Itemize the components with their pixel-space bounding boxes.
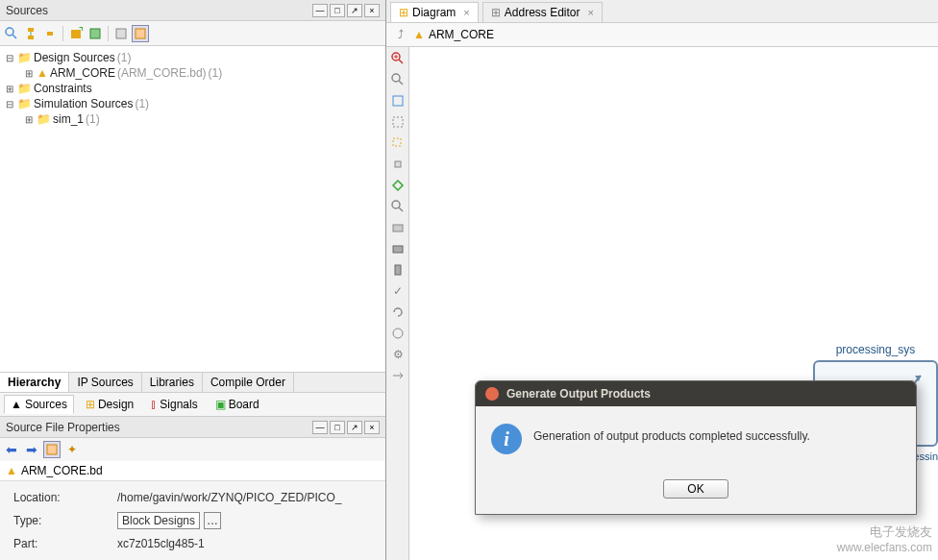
add-port-icon[interactable] xyxy=(388,239,407,258)
close-icon[interactable]: × xyxy=(588,7,594,18)
expand-icon[interactable]: ⊞ xyxy=(23,68,35,79)
panel-tabs: ▲ Sources ⊞ Design ⫿ Signals ▣ Board xyxy=(0,393,385,417)
zoom-in-icon[interactable] xyxy=(388,49,407,68)
block-design-icon: ▲ xyxy=(37,66,48,80)
svg-rect-11 xyxy=(47,445,57,454)
svg-rect-8 xyxy=(90,29,100,38)
add-ip-icon[interactable] xyxy=(388,218,407,237)
svg-line-1 xyxy=(12,35,16,38)
close-button[interactable]: × xyxy=(364,4,380,17)
svg-line-13 xyxy=(399,60,403,63)
collapse-all-icon[interactable] xyxy=(41,25,59,42)
show-sources-icon[interactable] xyxy=(112,25,130,42)
tab-hierarchy[interactable]: Hierarchy xyxy=(0,373,69,392)
props-file-line: ▲ ARM_CORE.bd xyxy=(0,461,385,481)
tab-label: Diagram xyxy=(412,6,456,19)
make-external-icon[interactable] xyxy=(388,260,407,280)
constraints-node[interactable]: ⊞ 📁 Constraints xyxy=(4,81,382,96)
address-icon: ⊞ xyxy=(491,6,501,19)
block-title: processing_sys xyxy=(813,339,938,360)
sources-toolbar: + xyxy=(0,21,385,46)
expand-icon[interactable]: ⊞ xyxy=(4,84,15,94)
diagram-breadcrumb: ⤴ ▲ ARM_CORE xyxy=(386,23,938,47)
subtab-board[interactable]: ▣ Board xyxy=(210,395,265,414)
diagram-title: ARM_CORE xyxy=(429,28,494,41)
tab-compile-order[interactable]: Compile Order xyxy=(203,373,294,392)
subtab-design[interactable]: ⊞ Design xyxy=(80,395,139,414)
minimize-button[interactable]: — xyxy=(312,4,328,17)
prop-value: Block Designs xyxy=(117,512,200,529)
prop-label: Part: xyxy=(13,537,110,550)
dialog-close-icon[interactable] xyxy=(485,387,499,401)
close-button[interactable]: × xyxy=(364,421,380,434)
subtab-label: Sources xyxy=(25,398,67,411)
prop-label: Location: xyxy=(13,491,110,504)
signals-icon: ⫿ xyxy=(151,398,157,411)
tab-ip-sources[interactable]: IP Sources xyxy=(69,373,141,392)
float-button[interactable]: □ xyxy=(330,4,345,17)
watermark-brand: 电子发烧友 xyxy=(837,523,932,541)
node-label: Design Sources xyxy=(34,51,115,64)
back-icon[interactable]: ⬅ xyxy=(3,441,20,458)
zoom-out-icon[interactable] xyxy=(388,70,407,89)
ok-button[interactable]: OK xyxy=(663,479,728,499)
expand-all-icon[interactable] xyxy=(22,25,39,42)
dialog-message: Generation of output products completed … xyxy=(533,424,901,443)
svg-rect-24 xyxy=(393,225,403,231)
validate-icon[interactable]: ✓ xyxy=(388,281,407,301)
maximize-button[interactable]: ↗ xyxy=(347,421,362,434)
float-button[interactable]: □ xyxy=(330,421,345,434)
board-icon: ▣ xyxy=(215,398,226,411)
subtab-label: Signals xyxy=(160,398,197,411)
expand-icon[interactable]: ⊞ xyxy=(23,114,35,125)
svg-line-17 xyxy=(399,81,403,85)
fit-selection-icon[interactable] xyxy=(388,155,407,174)
block-design-icon: ▲ xyxy=(6,464,17,477)
arm-core-node[interactable]: ⊞ ▲ ARM_CORE (ARM_CORE.bd) (1) xyxy=(4,65,382,81)
simulation-sources-node[interactable]: ⊟ 📁 Simulation Sources (1) xyxy=(4,96,382,111)
dialog-title-text: Generate Output Products xyxy=(506,387,651,401)
node-label: sim_1 xyxy=(53,112,84,126)
svg-point-16 xyxy=(392,74,400,82)
expand-icon[interactable] xyxy=(388,366,407,385)
ip-catalog-icon[interactable] xyxy=(86,25,104,42)
add-sources-icon[interactable]: + xyxy=(67,25,85,42)
search-icon[interactable] xyxy=(388,197,407,216)
props-toolbar: ⬅ ➡ ✦ xyxy=(0,438,385,461)
zoom-fit-icon[interactable] xyxy=(388,91,407,110)
design-sources-node[interactable]: ⊟ 📁 Design Sources (1) xyxy=(4,50,382,65)
props-filename: ARM_CORE.bd xyxy=(21,464,103,477)
tab-label: Address Editor xyxy=(505,6,580,19)
tab-diagram[interactable]: ⊞ Diagram × xyxy=(390,2,479,22)
hierarchy-view-icon[interactable] xyxy=(132,25,149,42)
subtab-signals[interactable]: ⫿ Signals xyxy=(145,395,203,414)
select-icon[interactable] xyxy=(388,134,407,153)
show-in-hierarchy-icon[interactable] xyxy=(43,441,61,458)
folder-icon: 📁 xyxy=(17,82,32,95)
regenerate-icon[interactable] xyxy=(388,303,407,322)
search-icon[interactable] xyxy=(3,25,20,42)
prop-type: Type: Block Designs … xyxy=(6,508,380,533)
node-file: (ARM_CORE.bd) xyxy=(117,66,207,80)
settings-icon[interactable]: ⚙ xyxy=(388,345,407,364)
node-count: (1) xyxy=(86,112,100,126)
tab-address-editor[interactable]: ⊞ Address Editor × xyxy=(482,2,603,22)
maximize-button[interactable]: ↗ xyxy=(347,4,362,17)
collapse-icon[interactable]: ⊟ xyxy=(4,99,15,110)
zoom-area-icon[interactable] xyxy=(388,112,407,132)
sim-1-node[interactable]: ⊞ 📁 sim_1 (1) xyxy=(4,111,382,127)
tab-libraries[interactable]: Libraries xyxy=(142,373,203,392)
up-level-icon[interactable]: ⤴ xyxy=(392,26,409,43)
minimize-button[interactable]: — xyxy=(312,421,328,434)
forward-icon[interactable]: ➡ xyxy=(23,441,40,458)
auto-fit-icon[interactable] xyxy=(388,176,407,195)
optimize-icon[interactable] xyxy=(388,324,407,343)
node-count: (1) xyxy=(117,51,132,64)
subtab-label: Board xyxy=(229,398,259,411)
collapse-icon[interactable]: ⊟ xyxy=(4,53,15,63)
dialog-titlebar[interactable]: Generate Output Products xyxy=(476,381,916,406)
subtab-sources[interactable]: ▲ Sources xyxy=(4,395,74,414)
settings-icon[interactable]: ✦ xyxy=(63,441,81,458)
browse-button[interactable]: … xyxy=(204,512,221,529)
close-icon[interactable]: × xyxy=(463,7,469,18)
